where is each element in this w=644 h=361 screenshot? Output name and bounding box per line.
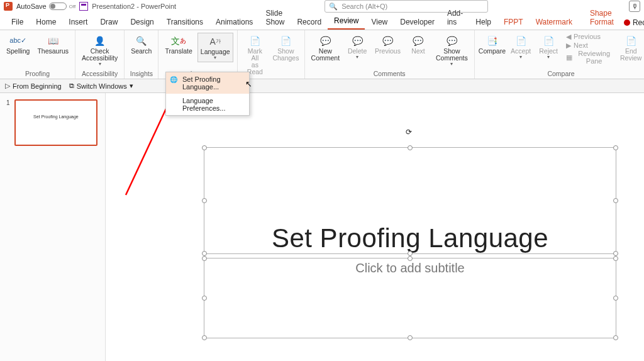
thumbnail-1[interactable]: Set Proofing Language <box>14 99 97 146</box>
set-proofing-language-item[interactable]: 🌐 Set Proofing Language... <box>166 72 249 94</box>
previous-change-button: ◀Previous <box>564 33 616 42</box>
tab-record[interactable]: Record <box>291 14 328 30</box>
new-comment-icon: 💬 <box>318 34 332 48</box>
new-comment-button[interactable]: 💬New Comment <box>309 33 343 63</box>
next-change-button: ▶Next <box>564 42 616 50</box>
search-icon: 🔍 <box>329 3 338 11</box>
tab-developer[interactable]: Developer <box>394 14 441 30</box>
handle-s[interactable] <box>408 251 413 256</box>
toggle-off-icon[interactable] <box>49 3 67 10</box>
tab-design[interactable]: Design <box>124 14 160 30</box>
tab-addins[interactable]: Add-ins <box>441 5 469 30</box>
powerpoint-icon <box>4 2 13 11</box>
handle-e[interactable] <box>613 296 618 301</box>
subtitle-placeholder[interactable]: Click to add subtitle <box>204 258 616 338</box>
prev-comment-icon: 💬 <box>381 34 395 48</box>
check-accessibility-button[interactable]: 👤Check Accessibility▾ <box>79 33 120 68</box>
thumbnail-title: Set Proofing Language <box>33 114 79 119</box>
compare-button[interactable]: 📑Compare <box>479 33 506 56</box>
reviewing-pane-button: ▦Reviewing Pane <box>564 50 616 65</box>
mouse-cursor-icon: ↖ <box>245 79 252 89</box>
record-dot-icon <box>624 19 630 26</box>
translate-icon: 文あ <box>172 34 186 48</box>
group-accessibility: 👤Check Accessibility▾ Accessibility <box>75 30 125 79</box>
handle-n[interactable] <box>408 256 413 261</box>
handle-nw[interactable] <box>202 256 207 261</box>
smart-lookup-button[interactable]: 🔍Search <box>128 33 154 56</box>
tab-view[interactable]: View <box>365 14 394 30</box>
translate-button[interactable]: 文あTranslate <box>162 33 194 56</box>
handle-se[interactable] <box>613 335 618 340</box>
thesaurus-icon: 📖 <box>46 34 60 48</box>
chevron-down-icon: ▾ <box>99 62 101 67</box>
tab-help[interactable]: Help <box>469 14 497 30</box>
tab-shapeformat[interactable]: Shape Format <box>584 5 620 30</box>
windows-icon: ⧉ <box>69 82 74 90</box>
handle-se[interactable] <box>613 251 618 256</box>
title-bar: AutoSave Off Presentation2 - PowerPoint … <box>0 0 644 13</box>
from-beginning-button[interactable]: ▷From Beginning <box>5 82 62 90</box>
tab-review[interactable]: Review <box>328 13 365 30</box>
handle-n[interactable] <box>408 145 413 150</box>
play-icon: ▷ <box>5 82 10 90</box>
tab-insert[interactable]: Insert <box>62 14 94 30</box>
tab-file[interactable]: File <box>5 14 30 30</box>
tab-draw[interactable]: Draw <box>94 14 124 30</box>
tab-animations[interactable]: Animations <box>209 14 259 30</box>
tab-home[interactable]: Home <box>30 14 62 30</box>
handle-sw[interactable] <box>202 251 207 256</box>
tab-slideshow[interactable]: Slide Show <box>259 5 291 30</box>
accept-button: 📄Accept▾ <box>508 33 533 61</box>
autosave-label: AutoSave <box>16 3 47 10</box>
tab-watermark[interactable]: Watermark <box>530 14 579 30</box>
group-label-tracking <box>270 77 272 86</box>
ribbon: abc✓Spelling 📖Thesaurus Proofing 👤Check … <box>0 30 644 79</box>
group-label-compare: Compare <box>547 70 574 79</box>
handle-ne[interactable] <box>613 256 618 261</box>
mic-icon[interactable]: 🎙 <box>629 1 640 12</box>
slide-subtitle-text[interactable]: Click to add subtitle <box>204 258 616 275</box>
tab-fppt[interactable]: FPPT <box>497 14 530 30</box>
show-comments-button[interactable]: 💬Show Comments▾ <box>433 33 470 68</box>
tab-transitions[interactable]: Transitions <box>160 14 209 30</box>
language-button[interactable]: A가Language▾ <box>197 33 233 62</box>
thesaurus-button[interactable]: 📖Thesaurus <box>35 33 71 56</box>
rotate-handle-icon[interactable]: ⟳ <box>406 128 414 136</box>
reject-icon: 📄 <box>541 34 555 48</box>
delete-comment-icon: 💬 <box>350 34 364 48</box>
prev-icon: ◀ <box>566 33 571 41</box>
save-icon[interactable] <box>79 2 88 11</box>
group-compare: 📑Compare 📄Accept▾ 📄Reject▾ ◀Previous ▶Ne… <box>475 30 644 79</box>
slide-title-text[interactable]: Set Proofing Language <box>204 148 616 253</box>
autosave-state: Off <box>69 4 76 9</box>
previous-comment-button: 💬Previous <box>372 33 403 56</box>
group-label-accessibility: Accessibility <box>82 70 118 79</box>
group-label-proofing: Proofing <box>25 70 50 79</box>
handle-s[interactable] <box>408 335 413 340</box>
chevron-down-icon: ▾ <box>214 55 216 60</box>
show-comments-icon: 💬 <box>445 34 458 48</box>
mark-all-read-button: 📄Mark All as Read <box>242 33 269 77</box>
handle-e[interactable] <box>613 198 618 203</box>
accept-icon: 📄 <box>514 34 528 48</box>
search-icon: 🔍 <box>135 34 148 48</box>
slide-thumbnails[interactable]: 1 Set Proofing Language <box>0 93 106 361</box>
handle-ne[interactable] <box>613 145 618 150</box>
delete-comment-button: 💬Delete▾ <box>345 33 370 61</box>
end-review-icon: 📄 <box>624 34 638 48</box>
proofing-icon: 🌐 <box>169 74 179 84</box>
handle-sw[interactable] <box>202 335 207 340</box>
title-placeholder[interactable]: ⟳ Set Proofing Language <box>204 147 616 254</box>
spelling-button[interactable]: abc✓Spelling <box>4 33 32 56</box>
reject-button: 📄Reject▾ <box>536 33 561 61</box>
next-comment-icon: 💬 <box>411 34 425 48</box>
quick-access-bar: ▷From Beginning ⧉Switch Windows▾ <box>0 79 644 93</box>
language-preferences-item[interactable]: Language Preferences... <box>166 94 249 115</box>
record-button[interactable]: Reco <box>620 16 644 30</box>
next-comment-button: 💬Next <box>406 33 431 56</box>
autosave-toggle[interactable]: AutoSave Off <box>16 3 75 10</box>
group-label-comments: Comments <box>374 70 406 79</box>
handle-w[interactable] <box>202 296 207 301</box>
mark-read-icon: 📄 <box>248 34 262 48</box>
next-icon: ▶ <box>566 42 571 50</box>
